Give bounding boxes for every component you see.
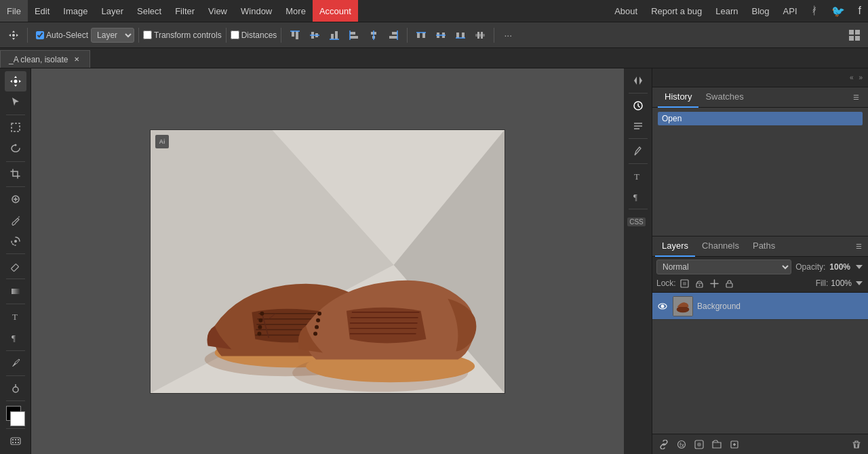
heal-tool[interactable] bbox=[5, 189, 26, 209]
transform-controls-label[interactable]: Transform controls bbox=[143, 30, 222, 40]
new-group-btn[interactable] bbox=[709, 437, 724, 452]
tab-layers[interactable]: Layers bbox=[655, 236, 695, 257]
transform-group: Transform controls bbox=[143, 30, 222, 40]
menu-report-bug[interactable]: Report a bug bbox=[644, 0, 709, 22]
history-menu-btn[interactable]: ☰ bbox=[849, 91, 863, 104]
dist-spacing-btn[interactable] bbox=[471, 26, 490, 45]
layer-select[interactable]: Layer Group bbox=[91, 28, 134, 43]
canvas-area[interactable]: Ai bbox=[31, 68, 624, 454]
layer-item-background[interactable]: Background bbox=[652, 293, 868, 320]
menu-window[interactable]: Window bbox=[234, 0, 279, 22]
menu-image[interactable]: Image bbox=[56, 0, 94, 22]
crop-tool[interactable] bbox=[5, 164, 26, 184]
align-left-btn[interactable] bbox=[344, 26, 363, 45]
auto-select-checkbox[interactable] bbox=[36, 31, 44, 39]
menu-blog[interactable]: Blog bbox=[745, 0, 776, 22]
text-icon[interactable]: T bbox=[627, 167, 649, 186]
menu-file[interactable]: File bbox=[0, 0, 28, 22]
link-layers-btn[interactable] bbox=[656, 437, 671, 452]
menu-layer[interactable]: Layer bbox=[95, 0, 131, 22]
svg-point-41 bbox=[14, 240, 17, 243]
svg-rect-1 bbox=[292, 31, 294, 37]
menu-select[interactable]: Select bbox=[130, 0, 168, 22]
eraser-tool[interactable] bbox=[5, 256, 26, 276]
sep2 bbox=[138, 28, 139, 43]
menu-view[interactable]: View bbox=[201, 0, 234, 22]
gradient-tool[interactable] bbox=[5, 281, 26, 302]
pen-icon[interactable] bbox=[627, 142, 649, 161]
lasso-tool[interactable] bbox=[5, 138, 26, 159]
opacity-dropdown-icon[interactable] bbox=[854, 262, 864, 272]
dist-top-btn[interactable] bbox=[412, 26, 431, 45]
collapse-left-icon[interactable] bbox=[627, 71, 649, 90]
paragraph-icon[interactable]: ¶ bbox=[627, 187, 649, 206]
distances-label[interactable]: Distances bbox=[231, 30, 277, 40]
menu-edit[interactable]: Edit bbox=[28, 0, 56, 22]
new-layer-btn[interactable] bbox=[727, 437, 742, 452]
add-effect-btn[interactable]: fx bbox=[674, 437, 689, 452]
marquee-tool[interactable] bbox=[5, 117, 26, 138]
align-top-btn[interactable] bbox=[285, 26, 304, 45]
social-twitter[interactable]: 🐦 bbox=[825, 0, 852, 22]
layers-panel: Layers Channels Paths ☰ Normal Multiply … bbox=[652, 236, 868, 454]
brush-tool[interactable] bbox=[5, 210, 26, 230]
lock-position-icon[interactable] bbox=[709, 277, 721, 289]
grid-view-btn[interactable] bbox=[845, 26, 864, 45]
dist-vcenter-btn[interactable] bbox=[431, 26, 450, 45]
text-tool[interactable]: T bbox=[5, 306, 26, 327]
move-tool[interactable] bbox=[5, 71, 26, 91]
tab-paths[interactable]: Paths bbox=[746, 236, 782, 257]
auto-select-label[interactable]: Auto-Select bbox=[36, 30, 88, 40]
align-hcenter-btn[interactable] bbox=[364, 26, 383, 45]
menu-account[interactable]: Account bbox=[313, 0, 358, 22]
color-swatch[interactable] bbox=[5, 406, 26, 426]
dist-bottom-btn[interactable] bbox=[451, 26, 470, 45]
more-options-btn[interactable]: ··· bbox=[498, 26, 517, 45]
align-vcenter-btn[interactable] bbox=[305, 26, 324, 45]
layers-menu-btn[interactable]: ☰ bbox=[852, 240, 865, 253]
lock-pixels-icon[interactable] bbox=[679, 277, 691, 289]
collapse-right-btn[interactable]: » bbox=[856, 74, 865, 81]
canvas-image: Ai bbox=[150, 129, 505, 394]
keyboard-tool[interactable] bbox=[5, 431, 26, 451]
transform-controls-checkbox[interactable] bbox=[143, 30, 152, 39]
clone-stamp-tool[interactable] bbox=[5, 231, 26, 251]
distances-checkbox[interactable] bbox=[231, 30, 239, 39]
tab-swatches[interactable]: Swatches bbox=[698, 87, 750, 108]
list-icon[interactable] bbox=[627, 117, 649, 136]
lock-image-icon[interactable] bbox=[694, 277, 706, 289]
layer-visibility-icon[interactable] bbox=[656, 300, 669, 312]
menu-about[interactable]: About bbox=[608, 0, 644, 22]
align-right-btn[interactable] bbox=[384, 26, 403, 45]
tab-close-btn[interactable]: ✕ bbox=[72, 55, 81, 64]
background-color[interactable] bbox=[10, 411, 25, 426]
lock-all-icon[interactable] bbox=[724, 277, 736, 289]
blend-mode-select[interactable]: Normal Multiply Screen Overlay bbox=[656, 260, 791, 274]
history-item-open[interactable]: Open bbox=[658, 112, 863, 125]
css-icon[interactable]: CSS bbox=[627, 212, 649, 231]
pen-tool[interactable] bbox=[5, 352, 26, 373]
tool-sep-3 bbox=[6, 186, 25, 187]
menu-api[interactable]: API bbox=[776, 0, 804, 22]
social-reddit[interactable]: ᚯ bbox=[804, 0, 825, 22]
tab-name: _A clean, isolate bbox=[9, 55, 68, 64]
move-tool-icon[interactable] bbox=[4, 26, 23, 45]
document-tab[interactable]: _A clean, isolate ✕ bbox=[0, 50, 90, 68]
history-icon[interactable] bbox=[627, 96, 649, 115]
svg-rect-29 bbox=[477, 32, 479, 39]
dodge-burn-tool[interactable] bbox=[5, 378, 26, 398]
tab-history[interactable]: History bbox=[658, 87, 698, 108]
tab-channels[interactable]: Channels bbox=[695, 236, 746, 257]
social-facebook[interactable]: f bbox=[852, 0, 868, 22]
menu-more[interactable]: More bbox=[279, 0, 313, 22]
pointer-tool[interactable] bbox=[5, 92, 26, 112]
fill-dropdown-icon[interactable] bbox=[854, 278, 864, 288]
collapse-left-btn[interactable]: « bbox=[847, 74, 856, 81]
menu-filter[interactable]: Filter bbox=[168, 0, 201, 22]
delete-layer-btn[interactable] bbox=[849, 437, 864, 452]
align-bottom-btn[interactable] bbox=[325, 26, 344, 45]
svg-rect-2 bbox=[296, 31, 298, 39]
add-mask-btn[interactable] bbox=[692, 437, 707, 452]
menu-learn[interactable]: Learn bbox=[709, 0, 745, 22]
paragraph-tool[interactable]: ¶ bbox=[5, 327, 26, 348]
